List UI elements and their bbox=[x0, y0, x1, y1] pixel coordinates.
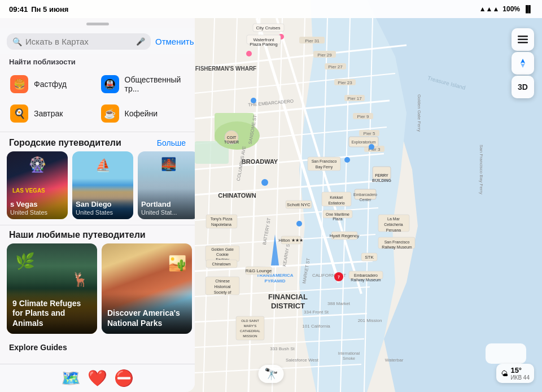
svg-text:Exploratorium: Exploratorium bbox=[351, 140, 375, 145]
map-bottom-tools[interactable]: 🔭 bbox=[259, 365, 284, 383]
svg-text:Pier 9: Pier 9 bbox=[357, 114, 369, 119]
svg-text:Napoletana: Napoletana bbox=[211, 223, 231, 227]
nearby-grid: 🍔 Фастфуд 🚇 Общественный тр... 🍳 Завтрак… bbox=[0, 69, 195, 128]
svg-text:Peruana: Peruana bbox=[386, 228, 401, 232]
search-input[interactable] bbox=[25, 37, 133, 46]
dock-icon-maps[interactable]: 🗺️ bbox=[61, 369, 81, 387]
svg-text:STK: STK bbox=[365, 255, 374, 260]
svg-text:388 Market: 388 Market bbox=[327, 301, 351, 306]
svg-text:BUILDING: BUILDING bbox=[372, 178, 391, 182]
dock-icon-stop[interactable]: ⛔ bbox=[114, 369, 134, 387]
breakfast-label: Завтрак bbox=[34, 109, 63, 118]
coffee-icon: ☕ bbox=[101, 104, 119, 123]
svg-text:Pier 31: Pier 31 bbox=[305, 38, 320, 43]
svg-text:MISSION: MISSION bbox=[243, 334, 257, 338]
svg-text:City Cruises: City Cruises bbox=[256, 25, 280, 31]
svg-text:FISHERMAN'S WHARF: FISHERMAN'S WHARF bbox=[195, 66, 256, 72]
guide-card-vegas[interactable]: 🎡 LAS VEGAS s Vegas United States bbox=[7, 151, 68, 219]
svg-text:Golden Gate Ferry: Golden Gate Ferry bbox=[417, 94, 422, 132]
nearby-item-breakfast[interactable]: 🍳 Завтрак bbox=[7, 99, 98, 128]
svg-text:CATHEDRAL: CATHEDRAL bbox=[240, 329, 261, 333]
svg-text:Kekkari: Kekkari bbox=[330, 195, 343, 199]
svg-text:Pier 27: Pier 27 bbox=[328, 64, 343, 69]
fav-guides-header: Наши любимые путеводители bbox=[0, 227, 195, 243]
svg-text:Salesforce West: Salesforce West bbox=[286, 358, 319, 363]
svg-text:Railway Museum: Railway Museum bbox=[382, 245, 412, 250]
city-guides-scroll[interactable]: 🎡 LAS VEGAS s Vegas United States ⛵ San … bbox=[0, 151, 195, 224]
explore-label[interactable]: Explore Guides bbox=[9, 343, 67, 352]
svg-text:Plaza Parking: Plaza Parking bbox=[250, 42, 277, 47]
sidebar-panel: 🔍 🎤 Отменить Найти поблизости 🍔 Фастфуд … bbox=[0, 18, 195, 392]
svg-point-77 bbox=[246, 51, 252, 56]
nearby-item-transit[interactable]: 🚇 Общественный тр... bbox=[98, 69, 189, 99]
fastfood-label: Фастфуд bbox=[34, 80, 67, 89]
map-layers-button[interactable] bbox=[512, 28, 534, 51]
map-controls: 3D bbox=[512, 28, 534, 98]
drag-handle[interactable] bbox=[86, 23, 109, 25]
svg-text:Pier 17: Pier 17 bbox=[347, 96, 362, 101]
svg-text:Bay Ferry: Bay Ferry bbox=[316, 165, 333, 169]
sandiego-overlay: San Diego United States bbox=[72, 189, 133, 219]
guide-card-sandiego[interactable]: ⛵ San Diego United States bbox=[72, 151, 133, 219]
weather-index: ИКВ 44 bbox=[510, 374, 530, 381]
svg-text:Smoke: Smoke bbox=[343, 356, 355, 360]
three-d-button[interactable]: 3D bbox=[512, 76, 534, 98]
svg-text:Estiatorio: Estiatorio bbox=[328, 201, 344, 205]
svg-rect-144 bbox=[518, 39, 528, 41]
svg-text:La Mar: La Mar bbox=[387, 217, 400, 221]
climate-overlay: 9 Climate Refuges for Plants and Animals bbox=[7, 282, 97, 334]
svg-text:COIT: COIT bbox=[227, 136, 237, 140]
city-guides-more-button[interactable]: Больше bbox=[157, 138, 186, 147]
status-indicators: ▲▲▲ 100% ▐▌ bbox=[479, 5, 533, 13]
search-icon: 🔍 bbox=[12, 37, 22, 46]
svg-text:One Maritime: One Maritime bbox=[326, 212, 349, 216]
svg-text:Hyatt Regency: Hyatt Regency bbox=[330, 233, 359, 238]
search-bar: 🔍 🎤 Отменить bbox=[0, 28, 195, 54]
svg-text:Embarcadero: Embarcadero bbox=[353, 193, 377, 197]
nearby-item-coffee[interactable]: ☕ Кофейни bbox=[98, 99, 189, 128]
svg-text:San Francisco: San Francisco bbox=[312, 159, 337, 163]
coffee-label: Кофейни bbox=[125, 109, 158, 118]
svg-text:Historical: Historical bbox=[215, 285, 231, 289]
sandiego-country: United States bbox=[76, 209, 130, 216]
vegas-overlay: s Vegas United States bbox=[7, 189, 68, 219]
cancel-button[interactable]: Отменить bbox=[155, 37, 194, 46]
sandiego-name: San Diego bbox=[76, 200, 130, 209]
fav-guides-scroll[interactable]: 🌿 🦌 9 Climate Refuges for Plants and Ani… bbox=[0, 243, 195, 338]
svg-text:Tony's Pizza: Tony's Pizza bbox=[211, 217, 233, 221]
fav-card-national[interactable]: 🏜️ Discover America's National Parks bbox=[102, 243, 192, 334]
dock-icon-heart[interactable]: ❤️ bbox=[88, 369, 107, 387]
svg-text:DISTRICT: DISTRICT bbox=[271, 302, 305, 310]
status-bar: 09:41 Пн 5 июня ▲▲▲ 100% ▐▌ bbox=[0, 0, 542, 18]
divider-2 bbox=[0, 225, 195, 225]
svg-text:Pier 5: Pier 5 bbox=[364, 131, 375, 136]
guide-card-portland[interactable]: 🌉 Portland United Stat... bbox=[138, 151, 195, 219]
svg-text:Embarcadero: Embarcadero bbox=[354, 273, 378, 277]
mic-icon[interactable]: 🎤 bbox=[136, 37, 145, 46]
explore-section: Explore Guides bbox=[0, 338, 195, 356]
svg-text:Chinatown: Chinatown bbox=[212, 262, 230, 266]
svg-rect-145 bbox=[518, 42, 528, 43]
svg-rect-143 bbox=[518, 36, 528, 37]
portland-country: United Stat... bbox=[141, 209, 195, 216]
svg-text:MARY'S: MARY'S bbox=[244, 324, 256, 328]
nearby-section-label: Найти поблизости bbox=[0, 54, 195, 69]
weather-icon: 🌤 bbox=[501, 369, 508, 378]
svg-text:International: International bbox=[338, 351, 360, 355]
search-input-wrapper[interactable]: 🔍 🎤 bbox=[7, 33, 151, 50]
svg-text:TOWER: TOWER bbox=[224, 140, 239, 144]
svg-text:Pier 29: Pier 29 bbox=[317, 53, 332, 58]
nearby-item-fastfood[interactable]: 🍔 Фастфуд bbox=[7, 69, 98, 99]
binoculars-icon[interactable]: 🔭 bbox=[264, 367, 278, 381]
svg-text:PYRAMID: PYRAMID bbox=[265, 278, 286, 284]
svg-text:201 Mission: 201 Mission bbox=[358, 318, 382, 323]
svg-text:Railway Museum: Railway Museum bbox=[351, 278, 381, 282]
fav-guides-title: Наши любимые путеводители bbox=[9, 230, 186, 240]
location-button[interactable] bbox=[512, 52, 534, 75]
svg-text:OLD SAINT: OLD SAINT bbox=[241, 319, 259, 323]
svg-text:FERRY: FERRY bbox=[375, 173, 388, 177]
battery-percentage: 100% bbox=[502, 5, 520, 13]
svg-text:R&G Lounge: R&G Lounge bbox=[246, 268, 272, 273]
fav-card-climate[interactable]: 🌿 🦌 9 Climate Refuges for Plants and Ani… bbox=[7, 243, 97, 334]
svg-text:Golden Gate: Golden Gate bbox=[211, 247, 234, 251]
